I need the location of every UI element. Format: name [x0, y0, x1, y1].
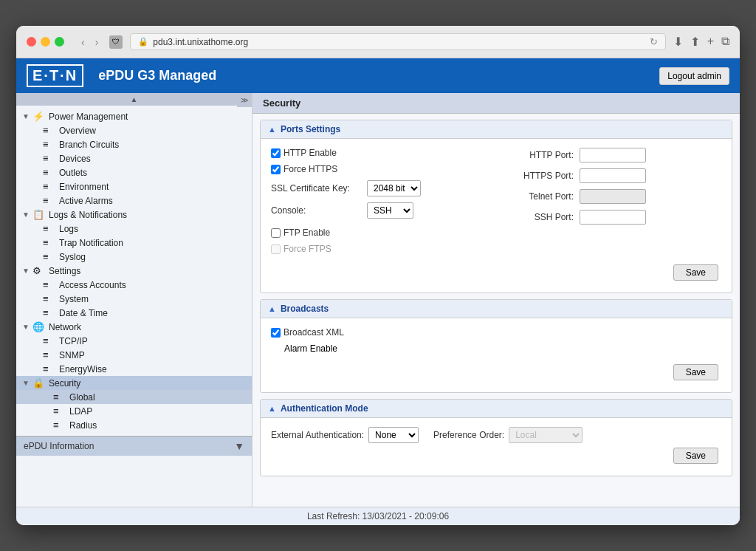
sidebar-item-devices[interactable]: ≡ Devices [16, 151, 252, 165]
sidebar-item-access-accounts[interactable]: ≡ Access Accounts [16, 278, 252, 292]
http-port-label: HTTP Port: [507, 150, 574, 160]
sidebar-item-network[interactable]: ▼ 🌐 Network [16, 320, 252, 334]
ports-settings-header[interactable]: ▲ Ports Settings [261, 120, 732, 139]
https-port-input[interactable]: 443 [580, 168, 646, 183]
back-button[interactable]: ‹ [78, 35, 89, 49]
sidebar: ≫ ▲ ▼ ⚡ Power Management ≡ Overview ≡ Br [16, 93, 252, 507]
sidebar-item-logs-notifications[interactable]: ▼ 📋 Logs & Notifications [16, 208, 252, 222]
ext-auth-select[interactable]: None LDAP Radius [368, 427, 419, 443]
console-select[interactable]: SSH Telnet Both [367, 202, 413, 219]
overview-icon: ≡ [43, 125, 56, 136]
sidebar-label-logs: Logs [59, 224, 78, 234]
ports-settings-title: Ports Settings [281, 124, 340, 134]
sidebar-label-security: Security [49, 378, 80, 389]
download-icon[interactable]: ⬇ [673, 35, 683, 49]
pref-order-row: Preference Order: Local [433, 427, 583, 443]
logout-button[interactable]: Logout admin [659, 67, 729, 85]
share-icon[interactable]: ⬆ [690, 35, 700, 49]
system-icon: ≡ [43, 293, 56, 304]
sidebar-item-trap-notification[interactable]: ≡ Trap Notification [16, 236, 252, 250]
sidebar-label-overview: Overview [59, 126, 96, 136]
ext-auth-row: External Authentication: None LDAP Radiu… [271, 427, 419, 443]
sidebar-item-outlets[interactable]: ≡ Outlets [16, 165, 252, 179]
force-https-checkbox[interactable] [271, 165, 281, 174]
epdu-info-bar[interactable]: ePDU Information ▼ [16, 436, 252, 456]
sidebar-item-date-time[interactable]: ≡ Date & Time [16, 306, 252, 320]
log-icon: ≡ [43, 223, 56, 234]
ports-save-button[interactable]: Save [673, 264, 718, 281]
app-header: E·T·N ePDU G3 Managed Logout admin [16, 58, 740, 93]
ports-settings-body: HTTP Enable Force HTTPS SSL Certific [261, 139, 732, 292]
newtab-icon[interactable]: + [707, 35, 714, 49]
epdu-bar-label: ePDU Information [24, 441, 94, 451]
address-text: pdu3.int.unixathome.org [153, 37, 248, 47]
app-logo: E·T·N ePDU G3 Managed [27, 64, 216, 87]
auth-mode-save-button[interactable]: Save [673, 448, 718, 464]
http-enable-label[interactable]: HTTP Enable [271, 148, 337, 158]
sidebar-item-power-management[interactable]: ▼ ⚡ Power Management [16, 109, 252, 123]
sidebar-item-ldap[interactable]: ≡ LDAP [16, 404, 252, 418]
minimize-button[interactable] [41, 37, 50, 47]
sidebar-item-overview[interactable]: ≡ Overview [16, 123, 252, 137]
ftp-section: FTP Enable Force FTPS [271, 227, 485, 254]
force-ftps-checkbox [271, 244, 281, 254]
address-bar[interactable]: 🔒 pdu3.int.unixathome.org ↻ [130, 33, 665, 50]
forward-button[interactable]: › [92, 35, 103, 49]
sidebar-item-snmp[interactable]: ≡ SNMP [16, 348, 252, 362]
sidebar-label-logs-notifications: Logs & Notifications [49, 210, 127, 220]
ftp-enable-checkbox[interactable] [271, 228, 281, 238]
sidebar-item-branch-circuits[interactable]: ≡ Branch Circuits [16, 137, 252, 151]
force-https-label[interactable]: Force HTTPS [271, 164, 337, 174]
ftp-enable-row: FTP Enable [271, 227, 485, 238]
sidebar-item-radius[interactable]: ≡ Radius [16, 418, 252, 432]
sidebar-item-logs[interactable]: ≡ Logs [16, 222, 252, 236]
network-icon: 🌐 [32, 321, 46, 332]
ssh-port-input[interactable]: 22 [580, 210, 646, 225]
sidebar-item-security[interactable]: ▼ 🔒 Security [16, 376, 252, 390]
sidebar-item-syslog[interactable]: ≡ Syslog [16, 250, 252, 264]
close-button[interactable] [27, 37, 36, 47]
sidebar-item-global[interactable]: ≡ Global [16, 390, 252, 404]
ssh-port-row: SSH Port: 22 [507, 210, 721, 225]
last-refresh-text: Last Refresh: 13/03/2021 - 20:09:06 [307, 511, 449, 521]
expand-icon: ▼ [22, 379, 31, 387]
ext-auth-label: External Authentication: [271, 430, 364, 440]
sidebar-item-tcpip[interactable]: ≡ TCP/IP [16, 334, 252, 348]
sidebar-item-environment[interactable]: ≡ Environment [16, 179, 252, 194]
sidebar-scroll-up[interactable]: ▲ [16, 93, 252, 106]
tabs-icon[interactable]: ⧉ [721, 35, 729, 49]
force-https-row: Force HTTPS [271, 164, 485, 174]
force-ftps-row: Force FTPS [271, 244, 485, 254]
expand-icon: ▼ [22, 267, 31, 275]
global-icon: ≡ [53, 391, 66, 403]
broadcasts-save-button[interactable]: Save [673, 364, 718, 380]
refresh-icon[interactable]: ↻ [650, 36, 658, 47]
accounts-icon: ≡ [43, 279, 56, 290]
expand-icon: ▼ [22, 112, 31, 120]
sidebar-item-system[interactable]: ≡ System [16, 292, 252, 306]
telnet-port-row: Telnet Port: 23 [507, 189, 721, 204]
ssl-cert-label: SSL Certificate Key: [271, 183, 367, 194]
sidebar-item-settings[interactable]: ▼ ⚙ Settings [16, 264, 252, 278]
sidebar-item-energywise[interactable]: ≡ EnergyWise [16, 362, 252, 376]
logs-icon: 📋 [32, 209, 46, 220]
broadcasts-save-row: Save [271, 360, 721, 383]
http-enable-checkbox[interactable] [271, 148, 281, 158]
epdu-bar-toggle[interactable]: ▼ [234, 440, 244, 452]
ssl-cert-select[interactable]: 2048 bit 1024 bit 4096 bit [367, 180, 421, 196]
sidebar-collapse-button[interactable]: ≫ [237, 93, 252, 107]
expand-icon: ▼ [22, 323, 31, 331]
broadcast-xml-checkbox[interactable] [271, 328, 281, 338]
http-port-input[interactable]: 80 [580, 148, 646, 162]
alarms-icon: ≡ [43, 195, 56, 206]
ssh-port-label: SSH Port: [507, 212, 574, 222]
auth-mode-header[interactable]: ▲ Authentication Mode [261, 400, 732, 418]
sidebar-label-access-accounts: Access Accounts [59, 280, 126, 290]
ftp-enable-label[interactable]: FTP Enable [271, 227, 330, 238]
sidebar-item-active-alarms[interactable]: ≡ Active Alarms [16, 194, 252, 208]
maximize-button[interactable] [55, 37, 64, 47]
sidebar-label-settings: Settings [49, 266, 80, 276]
broadcasts-header[interactable]: ▲ Broadcasts [261, 300, 732, 318]
sidebar-label-snmp: SNMP [59, 350, 85, 360]
broadcast-xml-label[interactable]: Broadcast XML [271, 327, 344, 338]
